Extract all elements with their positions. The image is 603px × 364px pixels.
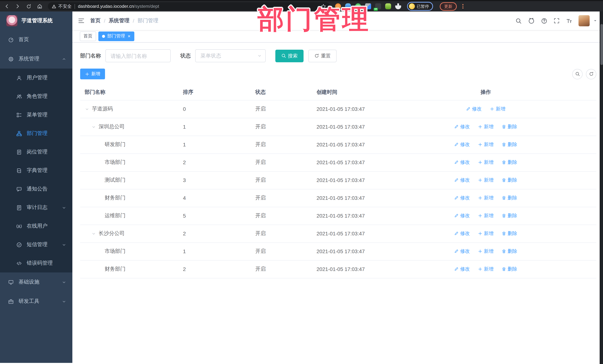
breadcrumb-system[interactable]: 系统管理 [109,17,129,24]
toggle-search-button[interactable] [572,69,583,79]
edit-link[interactable]: 修改 [454,230,470,237]
annotation-title: 部门管理 [257,2,370,37]
browser-profile-button[interactable]: 已暂停 [407,2,433,11]
app-logo-row[interactable]: 芋道管理系统 [0,11,72,30]
sidebar-item-audit-log[interactable]: 审计日志 [0,198,72,217]
browser-menu-icon[interactable] [462,4,463,9]
breadcrumb-home[interactable]: 首页 [90,17,101,24]
help-icon[interactable] [541,18,547,24]
edit-link[interactable]: 修改 [466,106,482,112]
add-child-link[interactable]: 新增 [478,230,494,237]
add-child-link[interactable]: 新增 [478,195,494,201]
delete-link[interactable]: 删除 [502,212,517,219]
sidebar-item-system[interactable]: 系统管理 [0,49,72,69]
search-icon [575,72,580,76]
sidebar-item-dictionary[interactable]: 字典管理 [0,161,72,180]
add-child-link[interactable]: 新增 [478,159,494,166]
dept-name-input[interactable] [105,49,171,62]
refresh-icon [314,53,319,58]
sidebar-item-users[interactable]: 用户管理 [0,69,72,87]
expand-caret-icon[interactable] [91,124,96,129]
hamburger-icon[interactable] [78,17,85,24]
browser-update-button[interactable]: 更新 [440,2,457,11]
add-department-button[interactable]: 新增 [80,69,105,79]
delete-link[interactable]: 删除 [502,141,517,148]
tag-department-management[interactable]: 部门管理 × [98,31,134,41]
sidebar-item-label: 在线用户 [27,223,47,230]
delete-link[interactable]: 删除 [502,177,517,184]
plus-icon [478,231,482,236]
forward-icon[interactable] [15,3,21,9]
sidebar-item-sms[interactable]: 短信管理 [0,235,72,254]
add-child-link[interactable]: 新增 [478,141,494,148]
edit-link[interactable]: 修改 [454,195,470,201]
tag-close-icon[interactable]: × [128,34,130,39]
search-button[interactable]: 搜索 [275,49,303,62]
sidebar-item-online-users[interactable]: 在线用户 [0,217,72,235]
user-avatar[interactable] [579,15,590,26]
add-child-link[interactable]: 新增 [478,123,494,130]
status-select[interactable]: 菜单状态 [195,49,266,62]
expand-caret-icon[interactable] [91,231,96,236]
font-size-icon[interactable] [566,18,572,24]
delete-link[interactable]: 删除 [502,266,517,272]
sidebar-item-departments[interactable]: 部门管理 [0,124,72,143]
add-child-link[interactable]: 新增 [478,212,494,219]
table-row: 测试部门 3 开启 2021-01-05 17:03:47 修改 新增 删除 [80,171,596,189]
dept-created: 2021-01-05 17:03:47 [312,207,375,225]
sidebar-item-error-codes[interactable]: 错误码管理 [0,254,72,272]
sidebar-item-home[interactable]: 首页 [0,30,72,49]
edit-link[interactable]: 修改 [454,141,470,148]
scrollbar[interactable] [600,11,603,364]
refresh-table-button[interactable] [586,69,596,79]
edit-link[interactable]: 修改 [454,123,470,130]
tag-home[interactable]: 首页 [80,31,96,41]
extensions-puzzle-icon[interactable] [395,3,401,9]
extension-icon-green-figure[interactable] [385,3,391,9]
edit-link[interactable]: 修改 [454,177,470,184]
edit-link[interactable]: 修改 [454,248,470,255]
dept-status: 开启 [251,225,312,243]
navbar-actions [515,15,597,26]
delete-link[interactable]: 删除 [502,248,517,255]
github-icon[interactable] [528,17,535,24]
edit-link[interactable]: 修改 [454,212,470,219]
dept-sort: 1 [178,243,251,260]
add-child-link[interactable]: 新增 [478,248,494,255]
sidebar-item-roles[interactable]: 角色管理 [0,87,72,106]
back-icon[interactable] [4,3,10,9]
sidebar-item-label: 字典管理 [27,167,47,174]
delete-link[interactable]: 删除 [502,230,517,237]
home-icon[interactable] [37,3,43,9]
extension-icon-switch[interactable]: on [375,3,381,9]
sidebar-item-posts[interactable]: 岗位管理 [0,143,72,161]
sidebar-item-notices[interactable]: 通知公告 [0,180,72,198]
add-child-link[interactable]: 新增 [478,177,494,184]
caret-down-icon[interactable] [593,19,597,23]
delete-link[interactable]: 删除 [502,195,517,201]
edit-link[interactable]: 修改 [454,266,470,272]
delete-link[interactable]: 删除 [502,159,517,166]
sidebar-item-infrastructure[interactable]: 基础设施 [0,272,72,292]
scrollbar-thumb[interactable] [600,24,603,65]
browser-nav [4,3,43,9]
filter-form: 部门名称 状态 菜单状态 搜索 重置 [80,49,596,62]
reset-button[interactable]: 重置 [308,49,336,62]
table-header-row: 部门名称 排序 状态 创建时间 操作 [80,85,596,100]
gear-icon [8,56,14,62]
dept-created: 2021-01-05 17:03:47 [312,171,375,189]
edit-link[interactable]: 修改 [454,159,470,166]
sidebar-item-label: 错误码管理 [27,260,53,266]
sidebar-item-menus[interactable]: 菜单管理 [0,106,72,124]
fullscreen-icon[interactable] [554,18,560,24]
add-button-label: 新增 [91,71,100,77]
security-warning[interactable]: 不安全 [52,3,72,10]
expand-caret-icon[interactable] [85,107,89,111]
log-icon [16,205,22,210]
reload-icon[interactable] [26,3,32,9]
add-child-link[interactable]: 新增 [490,106,505,112]
delete-link[interactable]: 删除 [502,123,517,130]
sidebar-item-dev-tools[interactable]: 研发工具 [0,292,72,311]
add-child-link[interactable]: 新增 [478,266,494,272]
search-icon[interactable] [515,18,522,24]
